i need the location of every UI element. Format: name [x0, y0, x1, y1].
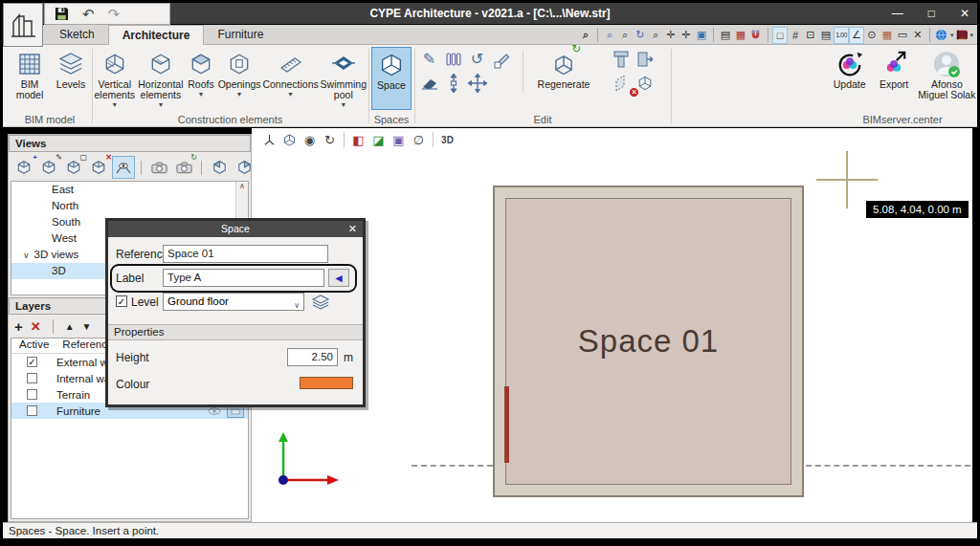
ortho-icon[interactable]: □ — [772, 27, 788, 44]
keyboard-coordinates-icon[interactable]: ▤ — [818, 27, 834, 44]
vertical-elements-button[interactable]: Vertical elements ▾ — [94, 47, 136, 109]
hide-elements-icon[interactable]: ∅ — [409, 130, 429, 149]
add-layer-icon[interactable]: + — [14, 318, 23, 335]
close-button[interactable]: ✕ — [960, 7, 969, 20]
array-icon[interactable] — [441, 47, 465, 71]
delete-view-icon[interactable]: ✕ — [87, 156, 110, 179]
object-snap-icon[interactable]: ⊡ — [803, 27, 818, 44]
level-dropdown[interactable]: Ground floor ∨ — [163, 293, 304, 311]
dropdown-chevron-icon[interactable]: ∨ — [294, 297, 300, 314]
help-dropdown-icon[interactable]: ▾ — [969, 32, 973, 39]
user-account-button[interactable]: Afonso Miguel Solak — [917, 47, 977, 100]
label-input[interactable]: Type A — [163, 269, 324, 287]
zoom-window-icon[interactable]: ⌕ — [602, 27, 617, 44]
level-checkbox[interactable]: ✓ — [116, 295, 127, 307]
angle-icon[interactable]: ∠ — [849, 27, 864, 44]
window-fit-icon[interactable]: ▣ — [389, 130, 409, 149]
active-checkbox[interactable] — [27, 405, 37, 416]
floor-plan-space[interactable]: Space 01 — [493, 186, 804, 497]
grid-icon[interactable]: # — [788, 27, 803, 44]
snap-magnet-icon[interactable] — [748, 27, 764, 44]
save-icon[interactable] — [55, 7, 69, 21]
regenerate-button[interactable]: ↻ Regenerate — [530, 47, 597, 95]
full-screen-icon[interactable]: ▣ — [694, 27, 709, 44]
search-icon[interactable]: ⌕ — [578, 27, 593, 44]
height-input[interactable]: 2.50 — [287, 348, 338, 366]
zoom-previous-icon[interactable]: ⌕ — [648, 27, 663, 44]
move-layer-down-icon[interactable]: ▼ — [82, 321, 92, 332]
move-display-icon[interactable]: ✛ — [679, 27, 694, 44]
axes-icon[interactable] — [259, 130, 279, 149]
export-button[interactable]: Export — [873, 47, 914, 100]
pan-icon[interactable]: ✛ — [663, 27, 679, 44]
dxf-template-icon[interactable]: ▤ — [718, 27, 733, 44]
openings-button[interactable]: Openings ▾ — [218, 47, 261, 109]
active-checkbox[interactable] — [27, 373, 37, 383]
report-icon[interactable]: ▦ — [880, 27, 895, 44]
help-book-icon[interactable] — [953, 27, 969, 44]
chevron-down-icon[interactable]: ∨ — [23, 251, 30, 260]
tab-sketch[interactable]: Sketch — [46, 25, 108, 45]
space-button[interactable]: Space — [371, 47, 412, 110]
update-button[interactable]: Update — [828, 47, 871, 100]
undo-icon[interactable]: ↶ — [82, 7, 95, 21]
edit-segment-icon[interactable] — [489, 47, 513, 71]
globe-icon[interactable] — [934, 27, 949, 44]
view-visibility-icon[interactable] — [112, 156, 135, 179]
delete-model-icon[interactable]: ✕ — [633, 71, 657, 95]
duplicate-view-icon[interactable]: ▢ — [62, 156, 85, 179]
eraser-icon[interactable] — [417, 71, 441, 95]
horizontal-elements-button[interactable]: Horizontal elements ▾ — [138, 47, 185, 109]
clock-icon[interactable]: ⊙ — [864, 27, 880, 44]
reference-input[interactable]: Space 01 — [163, 245, 328, 263]
section-plane-icon[interactable]: ◧ — [348, 130, 368, 149]
move-free-icon[interactable] — [465, 71, 489, 95]
redraw-icon[interactable]: ↻ — [633, 27, 648, 44]
regenerate-icon: ↻ — [550, 49, 577, 79]
app-logo[interactable] — [3, 3, 43, 47]
connections-button[interactable]: Connections ▾ — [263, 47, 319, 109]
rotate-icon[interactable]: ↺ — [465, 47, 489, 71]
redo-icon[interactable]: ↷ — [108, 7, 121, 21]
tools-icon[interactable]: ✕ — [910, 27, 925, 44]
column-icon[interactable] — [609, 47, 633, 71]
active-checkbox[interactable] — [27, 389, 37, 400]
bim-model-button[interactable]: BIM model — [10, 47, 50, 100]
space-room[interactable]: Space 01 — [505, 198, 791, 485]
export-element-icon[interactable] — [633, 47, 657, 71]
delete-layer-icon[interactable]: ✕ — [31, 319, 41, 334]
tab-furniture[interactable]: Furniture — [204, 25, 277, 45]
active-checkbox[interactable]: ✓ — [27, 357, 37, 367]
minimize-button[interactable]: — — [892, 7, 903, 20]
swimming-pool-button[interactable]: Swimming pool ▾ — [321, 47, 367, 109]
section-view-a-icon[interactable] — [208, 156, 231, 179]
move-layer-up-icon[interactable]: ▲ — [65, 321, 75, 332]
dxf-layers-icon[interactable]: ▦ — [733, 27, 748, 44]
cube-view-icon[interactable] — [279, 130, 300, 149]
label-back-button[interactable]: ◄ — [328, 269, 349, 287]
levels-button[interactable]: Levels — [52, 47, 90, 100]
view-item-east[interactable]: East — [11, 182, 248, 198]
move-node-icon[interactable] — [441, 71, 465, 95]
dimensions-icon[interactable]: 1.00 — [834, 27, 849, 44]
edit-view-icon[interactable]: ✎ — [37, 156, 60, 179]
view-item-north[interactable]: North — [11, 198, 248, 214]
tab-architecture[interactable]: Architecture — [108, 25, 205, 45]
rotate-3d-icon[interactable]: 3D — [437, 130, 457, 149]
comment-icon[interactable]: ▭ — [895, 27, 910, 44]
dialog-close-icon[interactable]: ✕ — [348, 221, 357, 237]
edit-pencil-icon[interactable]: ✎ — [417, 47, 441, 71]
camera-copy-icon[interactable]: ↻ — [172, 156, 195, 179]
dialog-title-bar[interactable]: Space ✕ — [108, 221, 363, 237]
new-view-icon[interactable]: + — [12, 156, 35, 179]
level-stack-icon[interactable] — [311, 295, 330, 310]
section-fill-icon[interactable]: ◪ — [368, 130, 389, 149]
layer-visibility-eye-icon[interactable] — [208, 407, 221, 415]
rotate-view-icon[interactable]: ↻ — [320, 130, 340, 149]
zoom-scale-icon[interactable]: ⌕ — [617, 27, 633, 44]
roofs-button[interactable]: Roofs ▾ — [186, 47, 215, 109]
camera-icon[interactable] — [147, 156, 170, 179]
orbit-icon[interactable]: ◉ — [300, 130, 320, 149]
colour-swatch[interactable] — [300, 377, 353, 389]
maximize-button[interactable]: □ — [928, 7, 935, 20]
